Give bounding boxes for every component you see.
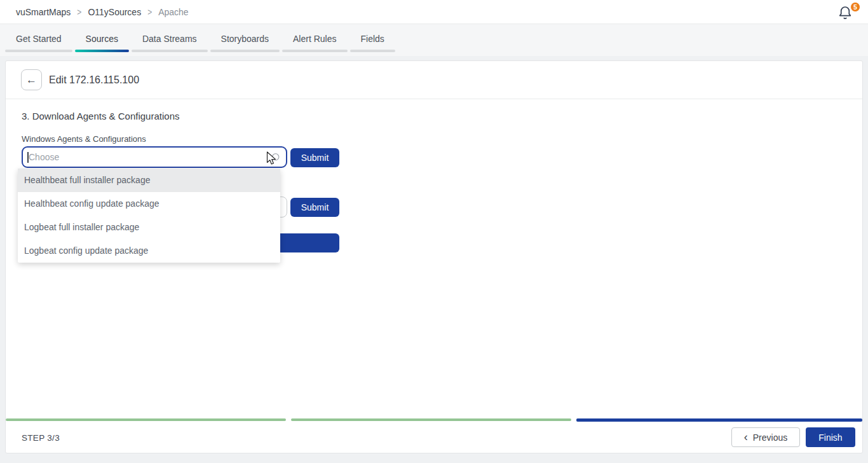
section-title: 3. Download Agents & Configurations <box>22 111 180 121</box>
edit-header: ← Edit 172.16.115.100 <box>6 61 862 99</box>
option-healthbeat-config-update[interactable]: Healthbeat config update package <box>18 192 280 216</box>
notifications-button[interactable]: 5 <box>837 4 859 23</box>
back-arrow-icon: ← <box>26 74 37 86</box>
tab-underline <box>210 50 280 52</box>
previous-button[interactable]: ‹ Previous <box>731 427 800 447</box>
breadcrumb: vuSmartMaps > O11ySources > Apache <box>16 0 189 24</box>
back-button[interactable]: ← <box>21 69 42 90</box>
progress-step-2 <box>291 418 571 421</box>
option-healthbeat-full-installer[interactable]: Healthbeat full installer package <box>18 169 280 192</box>
tab-data-streams[interactable]: Data Streams <box>132 34 208 52</box>
option-logbeat-full-installer[interactable]: Logbeat full installer package <box>18 216 280 239</box>
finish-button[interactable]: Finish <box>806 427 855 447</box>
progress-step-1 <box>6 418 286 421</box>
progress-step-3-current <box>576 418 862 422</box>
page-title: Edit 172.16.115.100 <box>49 74 139 86</box>
tab-alert-rules[interactable]: Alert Rules <box>282 34 347 52</box>
windows-agents-combobox[interactable] <box>22 146 287 168</box>
main-panel: ← Edit 172.16.115.100 3. Download Agents… <box>5 60 863 453</box>
top-bar: vuSmartMaps > O11ySources > Apache 5 <box>0 0 868 24</box>
tab-underline-active <box>75 50 129 52</box>
option-logbeat-config-update[interactable]: Logbeat config update package <box>18 239 280 263</box>
chevron-left-icon: ‹ <box>744 431 748 443</box>
previous-label: Previous <box>753 432 787 443</box>
agents-dropdown-list: Healthbeat full installer package Health… <box>18 169 280 263</box>
submit-button-2[interactable]: Submit <box>290 198 339 217</box>
tab-underline <box>350 50 395 52</box>
choose-input[interactable] <box>29 148 264 167</box>
tab-get-started[interactable]: Get Started <box>5 34 72 52</box>
breadcrumb-separator-icon: > <box>77 7 81 17</box>
tab-storyboards[interactable]: Storyboards <box>210 34 280 52</box>
step-indicator: STEP 3/3 <box>22 433 60 443</box>
bell-icon <box>837 12 853 23</box>
mouse-cursor <box>266 151 278 169</box>
tab-list: Get Started Sources Data Streams Storybo… <box>0 24 868 52</box>
breadcrumb-separator-icon: > <box>147 7 152 17</box>
breadcrumb-item-o11ysources[interactable]: O11ySources <box>88 7 141 17</box>
windows-agents-label: Windows Agents & Configurations <box>22 134 146 144</box>
breadcrumb-item-apache: Apache <box>158 7 188 17</box>
tab-underline <box>132 50 208 52</box>
tab-sources[interactable]: Sources <box>75 34 129 52</box>
tab-underline <box>282 50 347 52</box>
notification-count-badge: 5 <box>850 2 860 12</box>
tab-underline <box>5 50 72 52</box>
submit-button-windows[interactable]: Submit <box>290 148 339 167</box>
breadcrumb-item-vusmartmaps[interactable]: vuSmartMaps <box>16 7 71 17</box>
tab-fields[interactable]: Fields <box>350 34 395 52</box>
tab-band: Get Started Sources Data Streams Storybo… <box>0 24 868 56</box>
